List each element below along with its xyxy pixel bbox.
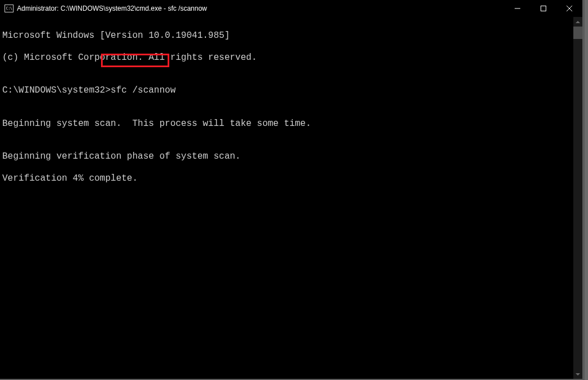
vertical-scrollbar[interactable]	[573, 17, 582, 379]
svg-marker-5	[576, 373, 580, 375]
scroll-down-arrow-icon[interactable]	[573, 369, 582, 379]
console-area: Microsoft Windows [Version 10.0.19041.98…	[0, 17, 582, 379]
maximize-button[interactable]	[530, 0, 556, 17]
cmd-window: C:\ Administrator: C:\WINDOWS\system32\c…	[0, 0, 585, 380]
console-output[interactable]: Microsoft Windows [Version 10.0.19041.98…	[0, 17, 573, 379]
output-line: Beginning system scan. This process will…	[2, 119, 573, 130]
minimize-button[interactable]	[504, 0, 530, 17]
cmd-icon: C:\	[5, 5, 14, 12]
close-button[interactable]	[556, 0, 582, 17]
titlebar[interactable]: C:\ Administrator: C:\WINDOWS\system32\c…	[0, 0, 582, 17]
svg-rect-1	[541, 6, 546, 11]
scroll-track[interactable]	[573, 27, 582, 369]
output-line: Verification 4% complete.	[2, 173, 573, 185]
window-title: Administrator: C:\WINDOWS\system32\cmd.e…	[17, 5, 504, 12]
command-text: sfc /scannow	[111, 85, 175, 97]
prompt-text: C:\WINDOWS\system32>	[2, 85, 111, 97]
output-line: Microsoft Windows [Version 10.0.19041.98…	[2, 30, 573, 42]
svg-marker-4	[576, 21, 580, 23]
output-line: (c) Microsoft Corporation. All rights re…	[2, 53, 573, 64]
scroll-thumb[interactable]	[573, 27, 582, 39]
output-line: Beginning verification phase of system s…	[2, 151, 573, 163]
window-controls	[504, 0, 582, 17]
scroll-up-arrow-icon[interactable]	[573, 17, 582, 27]
